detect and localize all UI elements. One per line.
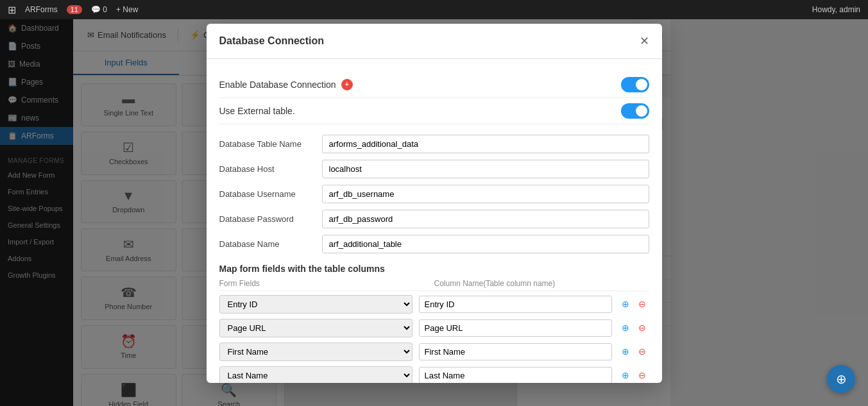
map-field-select[interactable]: Entry ID [219,295,413,314]
map-row-actions: ⊕ ⊖ [618,368,649,382]
db-form-grid: Database Table Name Database Host Databa… [219,135,649,253]
map-row-actions: ⊕ ⊖ [618,297,649,311]
help-float-icon: ⊕ [836,371,847,387]
map-column-input[interactable] [419,296,612,313]
comments-icon[interactable]: 💬 0 [91,5,107,14]
db-name-label: Database Name [219,239,316,249]
notifications-count[interactable]: 11 [67,5,82,14]
add-row-button[interactable]: ⊕ [618,321,633,335]
map-row: Last Name ⊕ ⊖ [219,366,649,383]
map-rows: Entry ID ⊕ ⊖ Page URL ⊕ ⊖ First Name ⊕ ⊖… [219,295,649,383]
table-name-input[interactable] [322,135,649,153]
admin-bar-left: ⊞ ARForms 11 💬 0 + New [8,4,138,16]
enable-db-label: Enable Database Connection [219,80,336,90]
new-button[interactable]: + New [116,5,138,14]
password-input[interactable] [322,210,649,228]
help-icon[interactable]: + [341,79,353,90]
modal-close-button[interactable]: ✕ [640,34,649,48]
map-header-columns: Column Name(Table column name) [434,279,643,288]
remove-row-button[interactable]: ⊖ [635,297,649,311]
username-input[interactable] [322,185,649,203]
map-row-actions: ⊕ ⊖ [618,344,649,359]
use-external-label: Use External table. [219,106,295,116]
remove-row-button[interactable]: ⊖ [635,344,649,359]
add-row-button[interactable]: ⊕ [618,368,633,382]
map-row: First Name ⊕ ⊖ [219,343,649,361]
host-input[interactable] [322,160,649,178]
site-name[interactable]: ARForms [25,5,58,14]
wp-logo-icon: ⊞ [8,4,16,16]
map-title: Map form fields with the table columns [219,264,649,274]
map-column-input[interactable] [419,343,612,360]
map-row: Page URL ⊕ ⊖ [219,319,649,337]
map-column-input[interactable] [419,367,612,383]
map-header-fields: Form Fields [219,279,428,288]
remove-row-button[interactable]: ⊖ [635,321,649,335]
modal-header: Database Connection ✕ [207,24,662,59]
username-label: Database Username [219,189,316,199]
modal-title: Database Connection [219,35,325,47]
map-field-select[interactable]: First Name [219,343,413,361]
user-greeting: Howdy, admin [812,5,860,14]
remove-row-button[interactable]: ⊖ [635,368,649,382]
add-row-button[interactable]: ⊕ [618,344,633,359]
host-label: Database Host [219,164,316,174]
use-external-toggle[interactable] [621,103,649,119]
db-name-input[interactable] [322,235,649,253]
enable-db-row: Enable Database Connection + [219,72,649,98]
password-label: Database Password [219,214,316,224]
map-row: Entry ID ⊕ ⊖ [219,295,649,314]
help-float-button[interactable]: ⊕ [827,365,855,393]
table-name-label: Database Table Name [219,139,316,149]
database-connection-modal: Database Connection ✕ Enable Database Co… [207,24,662,383]
map-row-actions: ⊕ ⊖ [618,321,649,335]
admin-bar: ⊞ ARForms 11 💬 0 + New Howdy, admin [0,0,868,19]
add-row-button[interactable]: ⊕ [618,297,633,311]
map-column-input[interactable] [419,319,612,337]
map-header: Form Fields Column Name(Table column nam… [219,279,649,291]
map-field-select[interactable]: Page URL [219,319,413,337]
modal-overlay[interactable]: Database Connection ✕ Enable Database Co… [0,0,868,406]
enable-db-toggle[interactable] [621,77,649,92]
map-field-select[interactable]: Last Name [219,366,413,383]
modal-body: Enable Database Connection + Use Externa… [207,59,662,383]
use-external-row: Use External table. [219,98,649,124]
